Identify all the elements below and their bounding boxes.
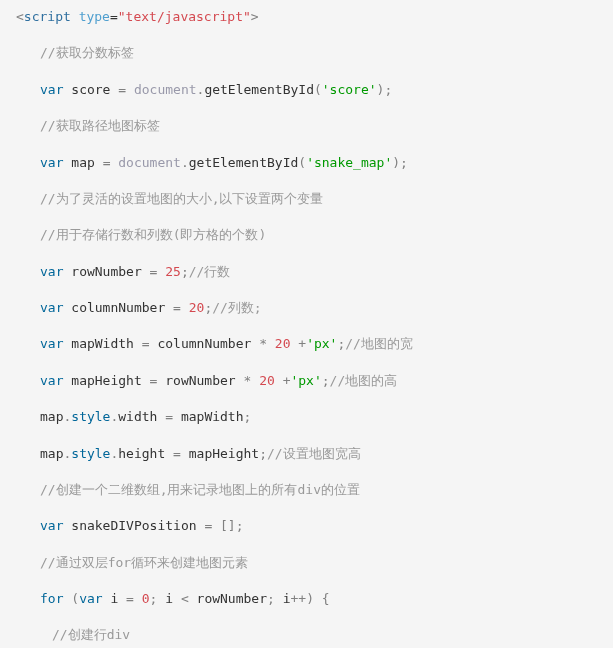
prop: height bbox=[118, 446, 173, 461]
prop: style bbox=[71, 446, 110, 461]
val: mapWidth bbox=[173, 409, 243, 424]
code-block: <script type="text/javascript"> //获取分数标签… bbox=[16, 8, 597, 648]
kw-var: var bbox=[40, 82, 63, 97]
op: = bbox=[173, 446, 181, 461]
paren: ( bbox=[63, 591, 79, 606]
op: + bbox=[298, 336, 306, 351]
name: snakeDIVPosition bbox=[63, 518, 204, 533]
comment: //设置地图宽高 bbox=[267, 446, 361, 461]
obj: document bbox=[126, 82, 196, 97]
bracket-open: < bbox=[16, 9, 24, 24]
brackets: []; bbox=[212, 518, 243, 533]
dot: . bbox=[181, 155, 189, 170]
comment: //用于存储行数和列数(即方格的个数) bbox=[40, 227, 266, 242]
obj: document bbox=[110, 155, 180, 170]
paren: ( bbox=[298, 155, 306, 170]
comment: //地图的高 bbox=[330, 373, 398, 388]
prop: width bbox=[118, 409, 165, 424]
semi: ; bbox=[259, 446, 267, 461]
bracket-close: > bbox=[251, 9, 259, 24]
semi: ; bbox=[267, 591, 275, 606]
name: rowNumber bbox=[63, 264, 149, 279]
num: 25 bbox=[157, 264, 180, 279]
name: score bbox=[63, 82, 118, 97]
kw-var: var bbox=[40, 518, 63, 533]
name: mapWidth bbox=[63, 336, 141, 351]
comment: //通过双层for循环来创建地图元素 bbox=[40, 555, 248, 570]
kw-var: var bbox=[79, 591, 102, 606]
semi: ; bbox=[322, 373, 330, 388]
kw-for: for bbox=[40, 591, 63, 606]
op: = bbox=[118, 82, 126, 97]
method: getElementById bbox=[189, 155, 299, 170]
prop: style bbox=[71, 409, 110, 424]
op: = bbox=[165, 409, 173, 424]
expr: columnNumber bbox=[150, 336, 260, 351]
rn: rowNumber bbox=[189, 591, 267, 606]
comment: //列数; bbox=[212, 300, 261, 315]
var-i: i bbox=[103, 591, 126, 606]
num: 0 bbox=[134, 591, 150, 606]
paren: ); bbox=[377, 82, 393, 97]
semi: ; bbox=[244, 409, 252, 424]
attr-type: type bbox=[79, 9, 110, 24]
expr: rowNumber bbox=[157, 373, 243, 388]
cond: i bbox=[157, 591, 180, 606]
num: 20 bbox=[251, 373, 282, 388]
inc: i bbox=[275, 591, 291, 606]
name: mapHeight bbox=[63, 373, 149, 388]
obj: map bbox=[40, 446, 63, 461]
str: 'score' bbox=[322, 82, 377, 97]
op: = bbox=[142, 336, 150, 351]
comment: //获取分数标签 bbox=[40, 45, 134, 60]
paren: ) { bbox=[306, 591, 329, 606]
str: 'snake_map' bbox=[306, 155, 392, 170]
num: 20 bbox=[267, 336, 298, 351]
method: getElementById bbox=[204, 82, 314, 97]
op: ++ bbox=[291, 591, 307, 606]
comment: //行数 bbox=[189, 264, 231, 279]
num: 20 bbox=[181, 300, 204, 315]
comment: //获取路径地图标签 bbox=[40, 118, 160, 133]
comment: //创建一个二维数组,用来记录地图上的所有div的位置 bbox=[40, 482, 360, 497]
str: 'px' bbox=[290, 373, 321, 388]
kw-var: var bbox=[40, 155, 63, 170]
op: = bbox=[126, 591, 134, 606]
obj: map bbox=[40, 409, 63, 424]
op: = bbox=[173, 300, 181, 315]
semi: ; bbox=[181, 264, 189, 279]
tag-script: script bbox=[24, 9, 71, 24]
kw-var: var bbox=[40, 373, 63, 388]
str: 'px' bbox=[306, 336, 337, 351]
name: columnNumber bbox=[63, 300, 173, 315]
op: < bbox=[181, 591, 189, 606]
paren: ( bbox=[314, 82, 322, 97]
name: map bbox=[63, 155, 102, 170]
val: mapHeight bbox=[181, 446, 259, 461]
comment: //地图的宽 bbox=[345, 336, 413, 351]
kw-var: var bbox=[40, 336, 63, 351]
paren: ); bbox=[392, 155, 408, 170]
op: * bbox=[259, 336, 267, 351]
comment: //为了灵活的设置地图的大小,以下设置两个变量 bbox=[40, 191, 323, 206]
kw-var: var bbox=[40, 264, 63, 279]
attr-type-val: "text/javascript" bbox=[118, 9, 251, 24]
comment: //创建行div bbox=[52, 627, 130, 642]
kw-var: var bbox=[40, 300, 63, 315]
